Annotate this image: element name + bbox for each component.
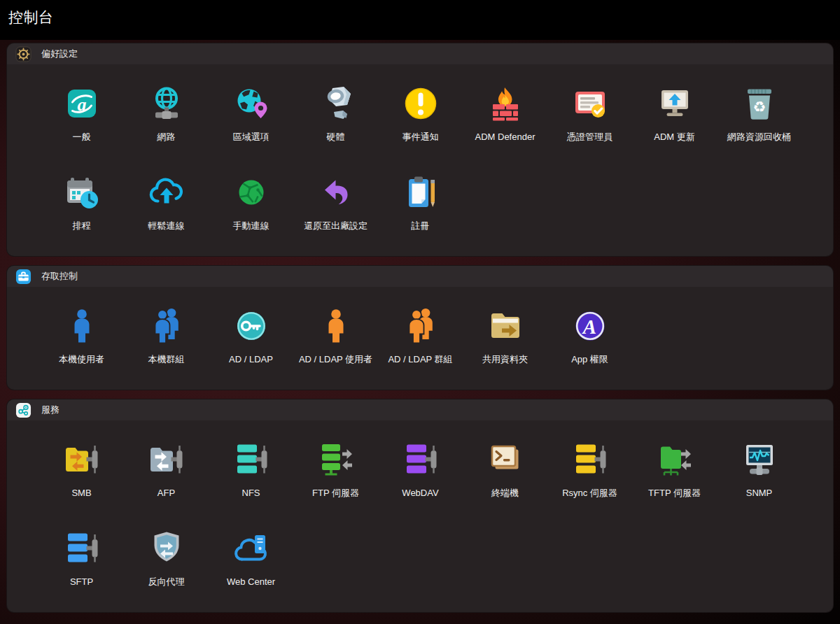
app-item-local-groups[interactable]: 本機群組 bbox=[124, 306, 209, 364]
app-item-factory-default[interactable]: 還原至出廠設定 bbox=[293, 173, 378, 231]
app-item-adm-update[interactable]: ADM 更新 bbox=[632, 84, 717, 142]
certificate-manager-icon bbox=[570, 84, 610, 123]
section-header[interactable]: 偏好設定 bbox=[7, 43, 833, 64]
app-item-regional-options[interactable]: 區域選項 bbox=[209, 84, 293, 142]
webdav-icon bbox=[401, 440, 440, 479]
ad-ldap-groups-icon bbox=[401, 306, 440, 346]
app-label: 還原至出廠設定 bbox=[304, 220, 368, 231]
app-item-afp[interactable]: AFP bbox=[124, 440, 209, 498]
app-label: 排程 bbox=[73, 220, 91, 231]
app-label: App 權限 bbox=[571, 354, 608, 364]
app-item-general[interactable]: a一般 bbox=[39, 84, 124, 142]
app-item-local-users[interactable]: 本機使用者 bbox=[39, 306, 124, 364]
app-label: 共用資料夾 bbox=[482, 354, 528, 364]
app-label: ADM 更新 bbox=[654, 132, 695, 142]
section-title: 存取控制 bbox=[41, 270, 78, 283]
adm-update-icon bbox=[655, 84, 694, 123]
app-grid: SMBAFPNFS FTP 伺服器WebDAV 終端機Rsync 伺服器 TFT… bbox=[7, 420, 833, 612]
network-recycle-bin-icon: ♻ bbox=[740, 84, 779, 123]
access-control-section-icon bbox=[15, 269, 31, 285]
ftp-server-icon bbox=[316, 440, 356, 479]
app-label: 一般 bbox=[73, 132, 91, 142]
app-item-rsync-server[interactable]: Rsync 伺服器 bbox=[547, 440, 632, 498]
schedule-icon bbox=[62, 173, 102, 212]
app-item-network-recycle-bin[interactable]: ♻網路資源回收桶 bbox=[717, 84, 802, 142]
app-item-tftp-server[interactable]: TFTP 伺服器 bbox=[632, 440, 717, 498]
shared-folders-icon bbox=[486, 306, 525, 346]
app-item-ftp-server[interactable]: FTP 伺服器 bbox=[293, 440, 378, 498]
app-item-network[interactable]: 網路 bbox=[124, 84, 209, 142]
ad-ldap-users-icon bbox=[316, 306, 356, 346]
app-item-ad-ldap-users[interactable]: AD / LDAP 使用者 bbox=[293, 306, 378, 364]
sftp-icon bbox=[62, 529, 102, 568]
app-label: 本機使用者 bbox=[59, 354, 104, 364]
app-label: Web Center bbox=[227, 576, 275, 587]
section-access-control: 存取控制 本機使用者本機群組 AD / LDAPAD / LDAP 使用者AD … bbox=[7, 266, 833, 390]
app-label: 網路資源回收桶 bbox=[727, 132, 791, 142]
page-title: 控制台 bbox=[0, 0, 840, 40]
app-item-snmp[interactable]: SNMP bbox=[717, 440, 802, 498]
app-grid: a一般 網路 區域選項 硬體 事件通知 ADM Defender 憑證管理員 bbox=[7, 64, 833, 256]
app-item-event-notification[interactable]: 事件通知 bbox=[378, 84, 463, 142]
app-grid: 本機使用者本機群組 AD / LDAPAD / LDAP 使用者AD / LDA… bbox=[7, 287, 833, 390]
app-item-ad-ldap[interactable]: AD / LDAP bbox=[209, 306, 293, 364]
app-label: AFP bbox=[158, 488, 175, 498]
app-item-hardware[interactable]: 硬體 bbox=[293, 84, 378, 142]
app-item-webdav[interactable]: WebDAV bbox=[378, 440, 463, 498]
app-item-ad-ldap-groups[interactable]: AD / LDAP 群組 bbox=[378, 306, 463, 364]
app-item-adm-defender[interactable]: ADM Defender bbox=[463, 84, 547, 142]
app-item-web-center[interactable]: Web Center bbox=[209, 529, 293, 587]
app-label: 網路 bbox=[158, 132, 176, 142]
app-label: AD / LDAP bbox=[229, 354, 273, 364]
snmp-icon bbox=[740, 440, 779, 479]
app-item-schedule[interactable]: 排程 bbox=[39, 173, 124, 231]
general-icon: a bbox=[62, 84, 102, 123]
nfs-icon bbox=[232, 440, 271, 479]
app-item-app-privileges[interactable]: AApp 權限 bbox=[547, 306, 632, 364]
app-item-manual-connect[interactable]: 手動連線 bbox=[209, 173, 293, 231]
app-item-ez-connect[interactable]: 輕鬆連線 bbox=[124, 173, 209, 231]
ez-connect-icon bbox=[147, 173, 186, 212]
local-users-icon bbox=[62, 306, 102, 346]
section-header[interactable]: 服務 bbox=[7, 399, 833, 420]
section-preferences: 偏好設定 a一般 網路 區域選項 硬體 事件通知 ADM Defender bbox=[7, 43, 833, 256]
app-label: 事件通知 bbox=[402, 132, 439, 142]
app-label: SFTP bbox=[70, 576, 93, 587]
terminal-icon bbox=[486, 440, 525, 479]
app-privileges-icon: A bbox=[570, 306, 610, 346]
app-label: 本機群組 bbox=[148, 354, 185, 364]
app-label: AD / LDAP 使用者 bbox=[299, 354, 372, 364]
afp-icon bbox=[147, 440, 186, 479]
app-label: 終端機 bbox=[491, 488, 519, 498]
svg-text:A: A bbox=[581, 315, 596, 338]
smb-icon bbox=[62, 440, 102, 479]
app-label: Rsync 伺服器 bbox=[562, 488, 617, 498]
app-label: SMB bbox=[71, 488, 91, 498]
network-icon bbox=[147, 84, 186, 123]
services-section-icon bbox=[15, 402, 31, 418]
section-header[interactable]: 存取控制 bbox=[7, 266, 833, 287]
app-label: FTP 伺服器 bbox=[312, 488, 359, 498]
tftp-server-icon bbox=[655, 440, 694, 479]
app-item-nfs[interactable]: NFS bbox=[209, 440, 293, 498]
app-item-reverse-proxy[interactable]: 反向代理 bbox=[124, 529, 209, 587]
app-item-smb[interactable]: SMB bbox=[39, 440, 124, 498]
app-label: AD / LDAP 群組 bbox=[388, 354, 452, 364]
ad-ldap-icon bbox=[232, 306, 271, 346]
app-item-sftp[interactable]: SFTP bbox=[39, 529, 124, 587]
app-label: 輕鬆連線 bbox=[148, 220, 185, 231]
event-notification-icon bbox=[401, 84, 440, 123]
control-panel-body: 偏好設定 a一般 網路 區域選項 硬體 事件通知 ADM Defender bbox=[0, 40, 840, 624]
app-item-certificate-manager[interactable]: 憑證管理員 bbox=[547, 84, 632, 142]
app-item-registration[interactable]: 註冊 bbox=[378, 173, 463, 231]
app-label: 註冊 bbox=[412, 220, 430, 231]
svg-text:♻: ♻ bbox=[752, 99, 766, 115]
rsync-server-icon bbox=[570, 440, 610, 479]
app-label: SNMP bbox=[746, 488, 773, 498]
section-services: 服務 SMBAFPNFS FTP 伺服器WebDAV 終端機Rsync 伺服器 … bbox=[7, 399, 833, 612]
app-label: WebDAV bbox=[402, 488, 438, 498]
section-title: 偏好設定 bbox=[41, 48, 78, 60]
app-label: ADM Defender bbox=[475, 132, 536, 142]
app-item-terminal[interactable]: 終端機 bbox=[463, 440, 547, 498]
app-item-shared-folders[interactable]: 共用資料夾 bbox=[463, 306, 547, 364]
